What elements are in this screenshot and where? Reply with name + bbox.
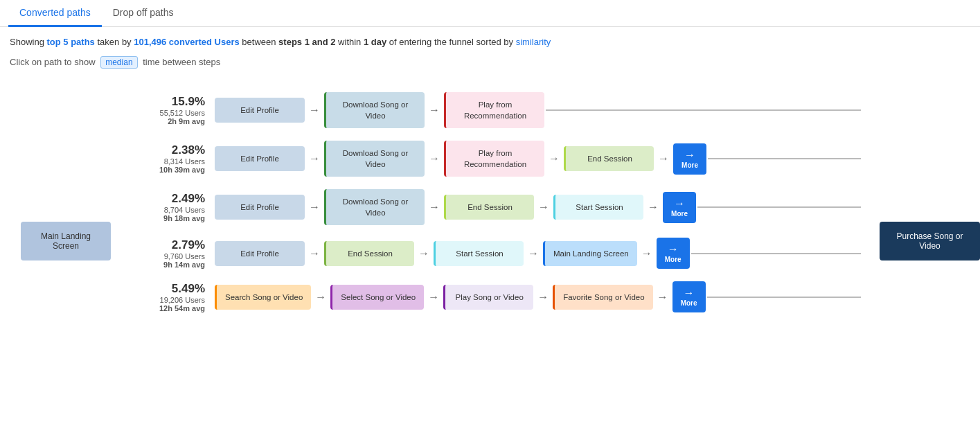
arrow-icon: → <box>429 104 440 116</box>
arrow-icon: → <box>428 291 439 303</box>
arrow-icon: → <box>309 201 320 213</box>
step-box[interactable]: Edit Profile <box>215 98 305 123</box>
path-row[interactable]: 2.79% 9,760 Users 9h 14m avg Edit Profil… <box>139 238 862 269</box>
path-stats: 2.38% 8,314 Users 10h 39m avg <box>139 143 215 174</box>
arrow-icon: → <box>429 201 440 213</box>
median-badge[interactable]: median <box>100 56 137 69</box>
path-stats: 2.49% 8,704 Users 9h 18m avg <box>139 192 215 222</box>
arrow-icon: → <box>537 291 549 303</box>
path-stats: 5.49% 19,206 Users 12h 54m avg <box>139 282 215 312</box>
step-box[interactable]: Play Song or Video <box>443 285 533 310</box>
arrow-icon: → <box>648 201 659 213</box>
step-box[interactable]: Favorite Song or Video <box>553 285 652 310</box>
sort-link[interactable]: similarity <box>516 37 551 47</box>
info-bar: Showing top 5 paths taken by 101,496 con… <box>0 27 980 54</box>
more-button[interactable]: →More <box>663 192 696 223</box>
step-box[interactable]: Download Song or Video <box>324 92 425 128</box>
path-row[interactable]: 2.38% 8,314 Users 10h 39m avg Edit Profi… <box>139 141 862 177</box>
more-button[interactable]: →More <box>673 143 706 175</box>
tab-dropoff[interactable]: Drop off paths <box>102 0 185 27</box>
connector-line <box>708 158 861 159</box>
step-box[interactable]: Start Session <box>434 241 524 266</box>
start-node[interactable]: Main Landing Screen <box>21 222 111 260</box>
step-box[interactable]: Select Song or Video <box>330 285 424 310</box>
arrow-icon: → <box>658 152 669 165</box>
more-button[interactable]: →More <box>657 238 690 269</box>
step-box[interactable]: End Session <box>324 241 414 266</box>
step-box[interactable]: Edit Profile <box>215 146 305 171</box>
path-row[interactable]: 15.9% 55,512 Users 2h 9m avg Edit Profil… <box>139 92 862 128</box>
more-button[interactable]: →More <box>672 281 706 312</box>
path-stats: 15.9% 55,512 Users 2h 9m avg <box>139 95 215 125</box>
path-steps: Edit Profile→Download Song or Video→Play… <box>215 92 862 128</box>
path-steps: Edit Profile→Download Song or Video→Play… <box>215 141 862 177</box>
step-box[interactable]: Edit Profile <box>215 195 305 220</box>
path-steps: Edit Profile→End Session→Start Session→M… <box>215 238 862 269</box>
arrow-icon: → <box>657 291 668 303</box>
connector-line <box>691 253 861 254</box>
path-steps: Edit Profile→Download Song or Video→End … <box>215 189 862 225</box>
path-row[interactable]: 5.49% 19,206 Users 12h 54m avg Search So… <box>139 281 862 312</box>
step-box[interactable]: Play from Recommendation <box>444 92 544 128</box>
tabs-container: Converted paths Drop off paths <box>0 0 980 27</box>
step-box[interactable]: Play from Recommendation <box>444 141 544 177</box>
path-row[interactable]: 2.49% 8,704 Users 9h 18m avg Edit Profil… <box>139 189 862 225</box>
click-info: Click on path to show median time betwee… <box>0 54 980 78</box>
path-steps: Search Song or Video→Select Song or Vide… <box>215 281 862 312</box>
arrow-icon: → <box>429 152 440 165</box>
connector-line <box>707 297 861 298</box>
step-box[interactable]: Start Session <box>553 195 643 220</box>
connector-line <box>697 206 861 208</box>
arrow-icon: → <box>549 152 560 165</box>
arrow-icon: → <box>528 247 539 260</box>
arrow-icon: → <box>418 247 429 260</box>
step-box[interactable]: Search Song or Video <box>215 285 311 310</box>
arrow-icon: → <box>309 152 320 165</box>
step-box[interactable]: End Session <box>564 146 654 171</box>
tab-converted[interactable]: Converted paths <box>8 0 102 27</box>
arrow-icon: → <box>315 291 326 303</box>
path-stats: 2.79% 9,760 Users 9h 14m avg <box>139 238 215 269</box>
arrow-icon: → <box>538 201 549 213</box>
connector-line <box>546 109 861 111</box>
step-box[interactable]: Main Landing Screen <box>543 241 637 266</box>
step-box[interactable]: End Session <box>444 195 534 220</box>
step-box[interactable]: Download Song or Video <box>324 141 425 177</box>
end-node[interactable]: Purchase Song or Video <box>880 222 980 260</box>
step-box[interactable]: Edit Profile <box>215 241 305 266</box>
arrow-icon: → <box>309 247 320 260</box>
arrow-icon: → <box>641 247 652 260</box>
step-box[interactable]: Download Song or Video <box>324 189 425 225</box>
arrow-icon: → <box>309 104 320 116</box>
